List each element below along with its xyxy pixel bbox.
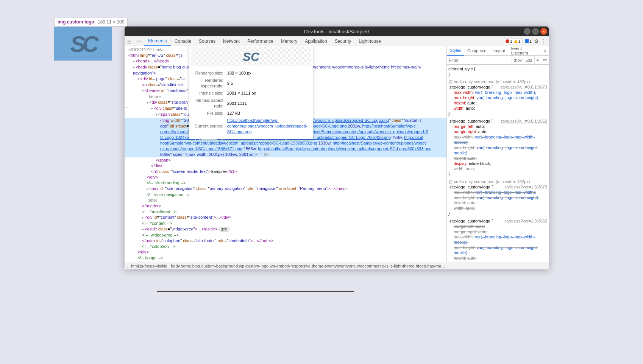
devtools-toolbar: ◰ ▭ Elements Console Sources Network Per…	[125, 36, 549, 46]
tab-security[interactable]: Security	[331, 36, 355, 46]
toggle-panel-icon[interactable]: ▭	[541, 56, 549, 65]
tab-lighthouse[interactable]: Lighthouse	[355, 36, 385, 46]
more-tabs-icon[interactable]: »	[542, 48, 549, 53]
page-divider	[157, 291, 354, 292]
window-title: DevTools - localhost/Sampler/	[304, 29, 369, 34]
device-toggle-icon[interactable]: ▭	[134, 36, 144, 46]
image-info-popup: SC Rendered size:180 × 100 px Rendered a…	[189, 46, 313, 139]
error-icon	[506, 39, 509, 43]
tab-styles[interactable]: Styles	[447, 46, 464, 56]
settings-icon[interactable]: ⚙	[534, 38, 539, 44]
cls-button[interactable]: .cls	[524, 56, 534, 65]
tab-performance[interactable]: Performance	[243, 36, 277, 46]
breadcrumb[interactable]: … html.js-focus-visible body.home.blog.c…	[125, 262, 549, 269]
tab-computed[interactable]: Computed	[464, 46, 490, 56]
styles-filter-input[interactable]	[447, 58, 512, 62]
window-minimize-button[interactable]: —	[524, 28, 531, 35]
tab-network[interactable]: Network	[219, 36, 243, 46]
line-actions-icon[interactable]: ⋯	[125, 105, 128, 110]
tab-event-listeners[interactable]: Event Listeners	[508, 46, 542, 56]
info-badge[interactable]: 1	[525, 39, 532, 44]
page-element-highlight: SC	[54, 27, 112, 61]
elements-panel[interactable]: ⋯ SC Rendered size:180 × 100 px Rendered…	[125, 46, 446, 262]
tab-sources[interactable]: Sources	[195, 36, 219, 46]
tab-application[interactable]: Application	[301, 36, 331, 46]
tab-elements[interactable]: Elements	[144, 36, 171, 46]
tab-console[interactable]: Console	[171, 36, 195, 46]
info-icon	[525, 39, 529, 43]
styles-rules[interactable]: element.style {} @media only screen and …	[447, 65, 549, 262]
styles-panel: Styles Computed Layout Event Listeners »…	[446, 46, 549, 262]
hov-button[interactable]: :hov	[512, 56, 524, 65]
window-maximize-button[interactable]: □	[532, 28, 539, 35]
window-titlebar[interactable]: DevTools - localhost/Sampler/ — □ ✕	[125, 26, 549, 36]
inspect-element-icon[interactable]: ◰	[125, 36, 134, 46]
warning-icon	[514, 39, 518, 43]
devtools-window: DevTools - localhost/Sampler/ — □ ✕ ◰ ▭ …	[125, 26, 549, 269]
tooltip-dimensions: 180.11 × 100	[98, 19, 124, 25]
tab-memory[interactable]: Memory	[277, 36, 301, 46]
issue-badges[interactable]: 1 1	[504, 38, 523, 44]
tooltip-selector: img.custom-logo	[58, 19, 94, 25]
window-close-button[interactable]: ✕	[540, 28, 547, 35]
element-hover-tooltip: img.custom-logo 180.11 × 100	[54, 18, 128, 26]
tab-layout[interactable]: Layout	[490, 46, 508, 56]
new-rule-button[interactable]: +	[534, 56, 541, 65]
more-icon[interactable]: ⋮	[541, 38, 546, 44]
